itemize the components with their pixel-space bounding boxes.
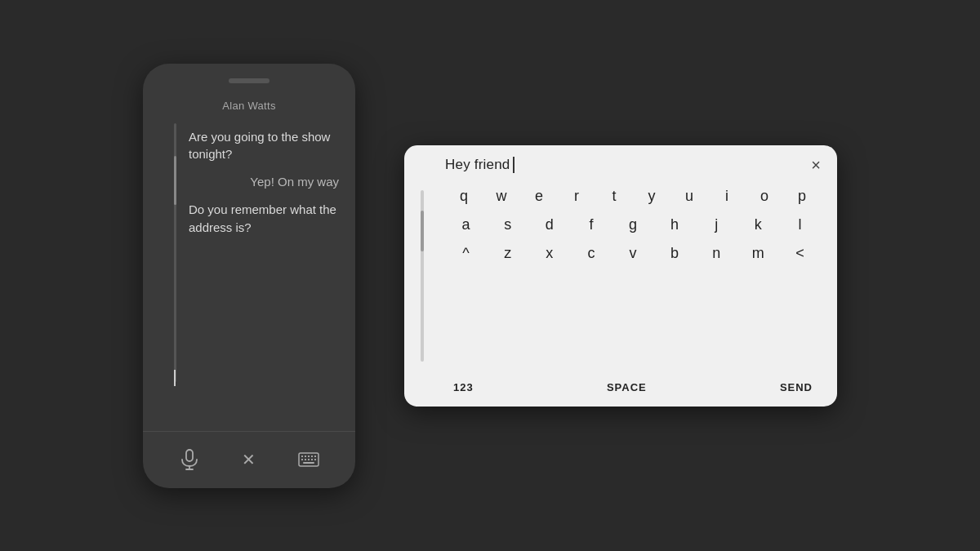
svg-rect-13 — [314, 459, 316, 460]
keyboard-panel: Hey friend × q w e r t y u i o p a s d f… — [404, 145, 837, 407]
phone-content: Alan Watts Are you going to the show ton… — [143, 91, 355, 431]
key-row-2: a s d f g h j k l — [445, 213, 821, 237]
key-p[interactable]: p — [783, 184, 821, 208]
svg-rect-9 — [301, 459, 303, 460]
input-text[interactable]: Hey friend — [445, 157, 510, 173]
svg-rect-0 — [186, 450, 193, 461]
keyboard-button[interactable] — [292, 443, 325, 476]
text-cursor-line — [174, 370, 176, 386]
phone-device: Alan Watts Are you going to the show ton… — [143, 64, 355, 488]
key-y[interactable]: y — [633, 184, 670, 208]
keyboard-icon — [298, 452, 319, 467]
phone-footer: ✕ — [143, 431, 355, 488]
keyboard-bottom-row: 123 SPACE SEND — [421, 375, 821, 397]
key-b[interactable]: b — [654, 242, 696, 265]
key-row-1: q w e r t y u i o p — [445, 184, 821, 208]
key-o[interactable]: o — [746, 184, 783, 208]
key-r[interactable]: r — [558, 184, 595, 208]
input-cursor — [513, 157, 514, 173]
key-g[interactable]: g — [612, 213, 653, 237]
key-c[interactable]: c — [570, 242, 612, 265]
keyboard-close-button[interactable]: × — [811, 157, 821, 173]
key-shift[interactable]: ^ — [445, 242, 487, 265]
svg-rect-12 — [311, 459, 313, 460]
key-t[interactable]: t — [595, 184, 633, 208]
key-e[interactable]: e — [520, 184, 558, 208]
key-d[interactable]: d — [528, 213, 570, 237]
key-x[interactable]: x — [528, 242, 570, 265]
svg-rect-5 — [305, 455, 306, 457]
key-s[interactable]: s — [487, 213, 528, 237]
messages-area: Are you going to the show tonight? Yep! … — [143, 123, 355, 431]
svg-rect-6 — [308, 455, 310, 457]
svg-rect-11 — [308, 459, 310, 460]
kb-scroll-thumb — [421, 211, 424, 251]
close-button[interactable]: ✕ — [233, 443, 265, 476]
key-h[interactable]: h — [654, 213, 696, 237]
svg-rect-4 — [301, 455, 303, 457]
key-send[interactable]: SEND — [772, 378, 821, 397]
svg-rect-8 — [314, 455, 316, 457]
key-j[interactable]: j — [696, 213, 737, 237]
keyboard-keys: q w e r t y u i o p a s d f g h j k l ^ … — [421, 184, 821, 375]
key-w[interactable]: w — [483, 184, 520, 208]
svg-rect-10 — [305, 459, 306, 460]
key-k[interactable]: k — [737, 213, 779, 237]
key-123[interactable]: 123 — [445, 378, 482, 397]
microphone-icon — [180, 449, 198, 470]
key-backspace[interactable]: < — [779, 242, 821, 265]
key-a[interactable]: a — [445, 213, 487, 237]
key-m[interactable]: m — [737, 242, 779, 265]
text-input-area: Hey friend — [421, 157, 811, 173]
key-l[interactable]: l — [779, 213, 821, 237]
phone-speaker — [229, 78, 270, 83]
scroll-thumb — [174, 156, 176, 205]
svg-rect-7 — [311, 455, 313, 457]
key-z[interactable]: z — [487, 242, 528, 265]
key-i[interactable]: i — [708, 184, 746, 208]
key-row-3: ^ z x c v b n m < — [445, 242, 821, 265]
keyboard-header: Hey friend × — [421, 157, 821, 173]
contact-name: Alan Watts — [143, 100, 355, 112]
microphone-button[interactable] — [173, 443, 206, 476]
key-u[interactable]: u — [670, 184, 708, 208]
key-n[interactable]: n — [696, 242, 737, 265]
key-q[interactable]: q — [445, 184, 483, 208]
key-v[interactable]: v — [612, 242, 653, 265]
key-f[interactable]: f — [570, 213, 612, 237]
key-space[interactable]: SPACE — [482, 378, 772, 397]
svg-rect-14 — [303, 462, 314, 464]
